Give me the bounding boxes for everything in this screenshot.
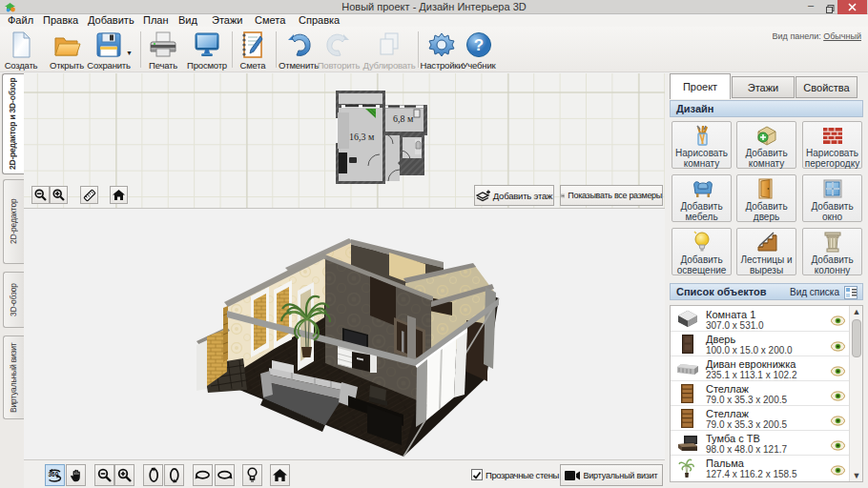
svg-text:?: ?	[474, 36, 484, 54]
svg-text:6,8 м: 6,8 м	[393, 113, 414, 124]
svg-text:16,3 м: 16,3 м	[349, 132, 375, 142]
